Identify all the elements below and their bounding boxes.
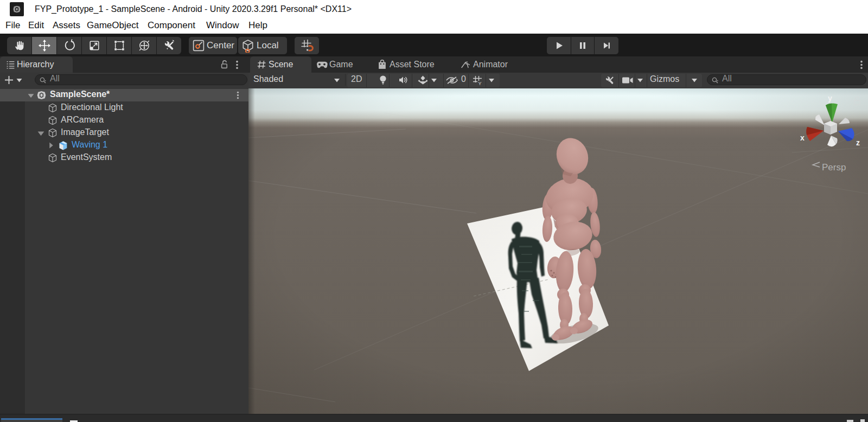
svg-text:Y: Y [478, 81, 482, 86]
svg-text:x: x [800, 133, 805, 142]
svg-text:y: y [828, 94, 832, 103]
svg-text:z: z [856, 138, 860, 147]
svg-text:Persp: Persp [822, 162, 846, 172]
